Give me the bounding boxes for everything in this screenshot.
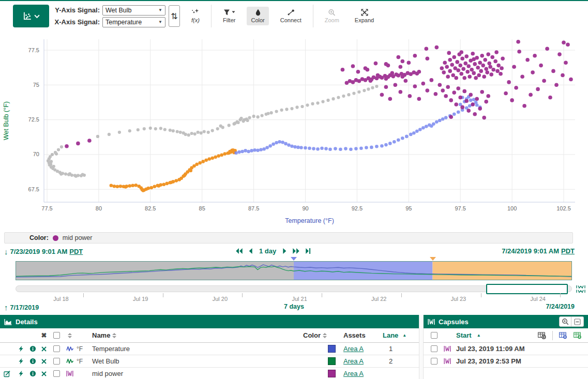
capsule-lanes-toggle-button[interactable] — [576, 285, 585, 293]
add-stat-column-icon[interactable] — [538, 332, 546, 339]
color-swatch[interactable] — [328, 345, 336, 353]
color-column-header[interactable]: Color — [303, 331, 321, 339]
trend-jump-icon[interactable] — [14, 370, 27, 377]
capsules-panel: Capsules Start ▲ — [424, 315, 588, 379]
capsules-select-all-checkbox[interactable] — [431, 332, 438, 339]
y-axis-signal-label: Y-Axis Signal: — [54, 6, 100, 14]
range-end-timezone[interactable]: PDT — [561, 247, 575, 255]
details-rows: °FTemperatureArea A1°FWet BulbArea A2mid… — [0, 343, 419, 379]
connect-button[interactable]: Connect — [276, 7, 306, 25]
asset-link[interactable]: Area A — [343, 345, 364, 353]
color-swatch[interactable] — [328, 370, 336, 377]
edit-icon[interactable] — [4, 370, 11, 377]
header-divider — [552, 331, 553, 340]
expand-arrows-icon — [361, 9, 368, 16]
details-row[interactable]: °FWet BulbArea A2 — [0, 355, 419, 368]
swap-axes-button[interactable]: ⇅ — [169, 5, 180, 27]
filter-button[interactable]: Filter — [219, 7, 239, 25]
select-all-checkbox[interactable] — [53, 332, 60, 339]
add-signal-column-icon[interactable] — [574, 332, 582, 339]
svg-text:70: 70 — [33, 151, 39, 157]
sort-ascending-icon[interactable]: ▲ — [477, 333, 481, 338]
skip-forward-button[interactable] — [292, 248, 300, 254]
x-axis-signal-select[interactable]: Temperature ▼ — [102, 17, 165, 27]
navigator-selection-handle[interactable] — [486, 284, 568, 294]
day-tick — [163, 293, 163, 297]
details-row[interactable]: mid powerArea A — [0, 368, 419, 379]
zoom-button: Zoom — [321, 7, 343, 25]
skip-back-button[interactable] — [235, 248, 243, 254]
droplet-icon — [254, 9, 262, 16]
day-tick — [401, 293, 402, 297]
color-legend-bar: Color: mid power — [4, 232, 573, 244]
timeline-trend-strip[interactable] — [16, 261, 572, 280]
expand-button[interactable]: Expand — [351, 7, 378, 25]
step-forward-button[interactable] — [282, 248, 287, 254]
remove-all-icon[interactable]: ✖ — [38, 331, 50, 339]
capsules-collapse-button[interactable] — [571, 316, 584, 327]
item-name: Wet Bulb — [92, 357, 320, 365]
remove-icon[interactable] — [38, 359, 50, 364]
sort-color-control[interactable] — [323, 333, 327, 338]
info-icon[interactable] — [27, 370, 38, 377]
connect-dots-icon — [287, 9, 295, 16]
color-legend-label: Color: — [29, 234, 49, 241]
details-panel-title: Details — [16, 318, 38, 326]
chevron-down-icon — [34, 14, 40, 19]
region-marker-icon[interactable] — [430, 257, 436, 261]
investigate-duration[interactable]: 7 days — [0, 303, 588, 310]
sort-type-control[interactable] — [68, 333, 72, 338]
asset-link[interactable]: Area A — [343, 370, 364, 377]
formula-button[interactable]: f(x) — [187, 7, 204, 25]
day-label: Jul 23 — [451, 296, 466, 302]
y-axis-signal-select[interactable]: Wet Bulb ▼ — [102, 5, 165, 16]
start-column-header[interactable]: Start — [456, 331, 472, 339]
add-capsule-column-icon[interactable] — [559, 332, 567, 339]
range-end: 7/24/2019 9:01 AM PDT — [502, 247, 575, 255]
capsules-zoom-button[interactable] — [559, 316, 571, 327]
details-row[interactable]: °FTemperatureArea A1 — [0, 343, 419, 355]
range-start-timezone[interactable]: PDT — [69, 248, 83, 255]
color-button[interactable]: Color — [247, 7, 268, 25]
capsule-checkbox[interactable] — [431, 345, 438, 352]
scatter-series-mid-power — [65, 40, 573, 148]
name-column-header[interactable]: Name — [92, 331, 110, 339]
scatter-plot[interactable]: 77.58082.58587.59092.59597.5100102.567.5… — [0, 30, 588, 232]
capsule-row[interactable]: Jul 23, 2019 2:53 PM — [424, 355, 588, 368]
row-checkbox[interactable] — [53, 370, 60, 377]
trend-jump-icon[interactable] — [14, 358, 27, 365]
row-checkbox[interactable] — [53, 358, 60, 365]
range-start-datetime[interactable]: 7/23/2019 9:01 AM — [10, 248, 68, 255]
assets-column-header[interactable]: Assets — [343, 331, 383, 339]
info-icon[interactable] — [27, 358, 38, 365]
remove-icon[interactable] — [38, 346, 50, 352]
info-icon[interactable] — [27, 345, 38, 352]
capsule-checkbox[interactable] — [431, 358, 438, 365]
funnel-icon — [223, 9, 235, 16]
swap-arrows-icon: ⇅ — [171, 11, 177, 21]
row-checkbox[interactable] — [53, 345, 60, 352]
remove-icon[interactable] — [38, 371, 50, 376]
toolbar: Y-Axis Signal: Wet Bulb ▼ X-Axis Signal:… — [0, 2, 588, 30]
capsule-row[interactable]: Jul 23, 2019 11:09 AM — [424, 343, 588, 355]
scatter-plot-view-button[interactable] — [13, 5, 49, 27]
trend-jump-icon[interactable] — [14, 345, 27, 352]
panel-scrollbar[interactable] — [419, 315, 424, 379]
step-back-button[interactable] — [248, 248, 253, 254]
sort-ascending-icon[interactable]: ▲ — [402, 333, 406, 338]
navigator-scrollbar-track[interactable] — [16, 285, 572, 292]
sort-name-control[interactable] — [112, 333, 116, 338]
color-swatch[interactable] — [328, 357, 336, 365]
asset-link[interactable]: Area A — [343, 357, 364, 365]
capsules-panel-header: Capsules — [424, 315, 588, 328]
investigate-end-date[interactable]: 7/24/2019 — [546, 303, 575, 310]
area-chart-icon — [4, 319, 12, 325]
region-marker-icon[interactable] — [291, 257, 297, 261]
range-end-datetime[interactable]: 7/24/2019 9:01 AM — [502, 247, 559, 255]
step-size-label[interactable]: 1 day — [259, 247, 276, 255]
skip-to-end-button[interactable] — [305, 248, 311, 254]
svg-text:80: 80 — [96, 205, 102, 211]
lane-column-header[interactable]: Lane — [383, 331, 398, 339]
svg-text:67.5: 67.5 — [28, 186, 39, 192]
svg-text:72.5: 72.5 — [28, 116, 39, 123]
